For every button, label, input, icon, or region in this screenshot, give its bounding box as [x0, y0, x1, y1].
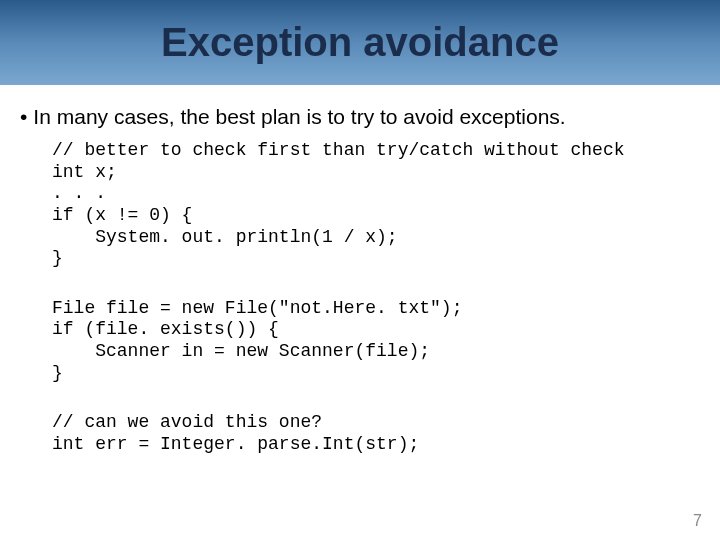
page-number: 7 — [693, 512, 702, 530]
slide-content: •In many cases, the best plan is to try … — [0, 85, 720, 455]
bullet-marker: • — [20, 103, 27, 130]
bullet-item: •In many cases, the best plan is to try … — [20, 103, 700, 130]
slide-title: Exception avoidance — [161, 20, 559, 65]
title-bar: Exception avoidance — [0, 0, 720, 85]
bullet-text: In many cases, the best plan is to try t… — [33, 105, 565, 128]
code-block-2: File file = new File("not.Here. txt"); i… — [52, 298, 700, 384]
code-block-1: // better to check first than try/catch … — [52, 140, 700, 270]
code-block-3: // can we avoid this one? int err = Inte… — [52, 412, 700, 455]
